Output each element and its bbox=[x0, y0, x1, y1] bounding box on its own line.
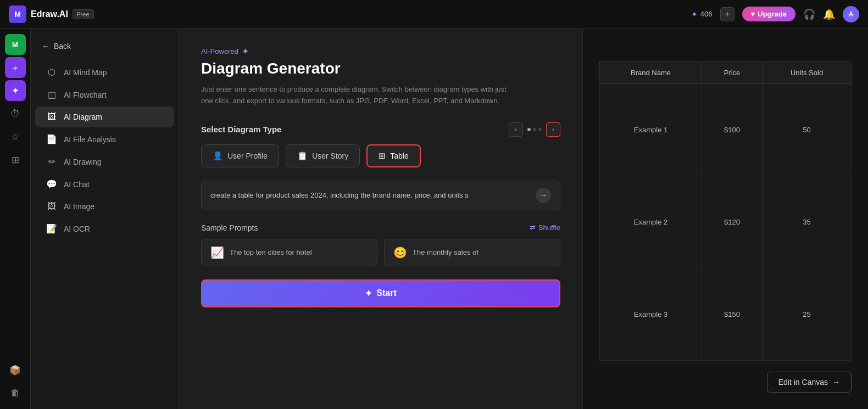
nav-label-ai-flowchart: AI Flowchart bbox=[64, 91, 107, 99]
sidebar-item-add[interactable]: ＋ bbox=[5, 57, 26, 78]
header-logo: M Edraw.AI Free bbox=[9, 5, 94, 23]
prompt-1-icon: 📈 bbox=[210, 246, 224, 259]
table-cell-2-0: Example 3 bbox=[600, 268, 702, 361]
diagram-type-user-story[interactable]: 📋 User Story bbox=[286, 144, 360, 167]
start-button-container: ✦ Start bbox=[201, 279, 560, 307]
shuffle-button[interactable]: ⇄ Shuffle bbox=[530, 223, 560, 232]
sidebar-item-ai-file-analysis[interactable]: 📄 AI File Analysis bbox=[35, 128, 174, 150]
flowchart-icon: ◫ bbox=[46, 89, 57, 100]
sidebar-item-history[interactable]: ⏱ bbox=[5, 103, 26, 124]
edit-canvas-arrow-icon: → bbox=[832, 378, 840, 386]
header: M Edraw.AI Free ✦ 406 + ♥ Upgrade 🎧 🔔 A bbox=[0, 0, 868, 29]
prompt-1-text: The top ten cities for hotel bbox=[230, 248, 312, 257]
avatar[interactable]: A bbox=[843, 6, 859, 23]
sample-prompts-list: 📈 The top ten cities for hotel 😊 The mon… bbox=[201, 239, 560, 266]
sidebar-item-ai-diagram[interactable]: 🖼 AI Diagram bbox=[35, 107, 174, 127]
nav-label-ai-file-analysis: AI File Analysis bbox=[64, 135, 116, 144]
prompt-2-icon: 😊 bbox=[393, 246, 407, 259]
carousel-dot-2 bbox=[533, 128, 536, 131]
sidebar-item-ai[interactable]: ✦ bbox=[5, 80, 26, 101]
sample-prompt-1[interactable]: 📈 The top ten cities for hotel bbox=[201, 239, 377, 266]
diagram-type-section: Select Diagram Type ‹ › 👤 User Profile bbox=[201, 122, 560, 167]
sidebar-item-ai-mind-map[interactable]: ⬡ AI Mind Map bbox=[35, 61, 174, 83]
prompt-2-text: The monthly sales of bbox=[413, 248, 478, 257]
table-cell-2-2: 25 bbox=[763, 268, 852, 361]
carousel-next-button[interactable]: › bbox=[546, 122, 560, 137]
free-badge: Free bbox=[73, 9, 94, 19]
sidebar-item-home[interactable]: M bbox=[5, 34, 26, 55]
back-label: Back bbox=[54, 42, 71, 51]
file-analysis-icon: 📄 bbox=[46, 134, 57, 144]
sparkle-icon: ✦ bbox=[691, 10, 698, 19]
nav-label-ai-diagram: AI Diagram bbox=[64, 113, 102, 121]
image-icon: 🖼 bbox=[46, 201, 57, 211]
nav-sidebar: ← Back ⬡ AI Mind Map ◫ AI Flowchart 🖼 AI… bbox=[31, 29, 179, 409]
points-display: ✦ 406 bbox=[691, 10, 713, 19]
nav-label-ai-image: AI Image bbox=[64, 202, 94, 211]
table-header-brand: Brand Name bbox=[600, 62, 702, 84]
carousel-controls: ‹ › bbox=[509, 122, 560, 137]
logo-icon: M bbox=[9, 5, 26, 23]
sidebar-item-ai-flowchart[interactable]: ◫ AI Flowchart bbox=[35, 84, 174, 105]
start-button[interactable]: ✦ Start bbox=[201, 279, 560, 307]
right-panel: Brand Name Price Units Sold Example 1$10… bbox=[582, 29, 868, 409]
diagram-type-label: Select Diagram Type bbox=[201, 125, 281, 134]
upgrade-button[interactable]: ♥ Upgrade bbox=[742, 7, 795, 21]
sidebar-item-layers[interactable]: ⊞ bbox=[5, 149, 26, 170]
nav-label-ai-drawing: AI Drawing bbox=[64, 158, 101, 166]
table-header-price: Price bbox=[702, 62, 763, 84]
start-label: Start bbox=[376, 288, 396, 298]
diagram-icon: 🖼 bbox=[46, 112, 57, 122]
sidebar-item-archive[interactable]: 📦 bbox=[5, 360, 26, 380]
table-cell-0-1: $100 bbox=[702, 84, 763, 176]
prompt-input[interactable] bbox=[210, 191, 530, 199]
nav-label-ai-mind-map: AI Mind Map bbox=[64, 68, 107, 77]
start-sparkle-icon: ✦ bbox=[365, 288, 372, 299]
sidebar-item-ai-image[interactable]: 🖼 AI Image bbox=[35, 196, 174, 217]
carousel-prev-button[interactable]: ‹ bbox=[509, 122, 523, 137]
shuffle-icon: ⇄ bbox=[530, 223, 536, 232]
sample-prompts-label: Sample Prompts bbox=[201, 223, 258, 232]
table-cell-0-0: Example 1 bbox=[600, 84, 702, 176]
heart-icon: ♥ bbox=[751, 10, 755, 18]
edit-canvas-button[interactable]: Edit in Canvas → bbox=[767, 372, 852, 393]
page-title: Diagram Generator bbox=[201, 60, 560, 77]
add-button[interactable]: + bbox=[720, 7, 735, 21]
table-cell-1-1: $120 bbox=[702, 176, 763, 268]
send-button[interactable]: → bbox=[536, 188, 551, 203]
points-value: 406 bbox=[700, 10, 713, 18]
diagram-type-header: Select Diagram Type ‹ › bbox=[201, 122, 560, 137]
table-cell-0-2: 50 bbox=[763, 84, 852, 176]
main-layout: M ＋ ✦ ⏱ ☆ ⊞ 📦 🗑 ← Back ⬡ AI Mind Map ◫ A… bbox=[0, 29, 868, 409]
sidebar-item-ai-drawing[interactable]: ✏ AI Drawing bbox=[35, 151, 174, 172]
notification-button[interactable]: 🔔 bbox=[823, 8, 835, 20]
carousel-dot-3 bbox=[538, 128, 542, 131]
table-cell-1-2: 35 bbox=[763, 176, 852, 268]
input-area: → bbox=[201, 181, 560, 210]
user-profile-icon: 👤 bbox=[213, 151, 223, 161]
diagram-type-user-profile[interactable]: 👤 User Profile bbox=[201, 144, 279, 167]
shuffle-label: Shuffle bbox=[538, 223, 560, 232]
sidebar-item-favorites[interactable]: ☆ bbox=[5, 126, 26, 147]
back-button[interactable]: ← Back bbox=[31, 37, 179, 55]
drawing-icon: ✏ bbox=[46, 156, 57, 167]
user-story-label: User Story bbox=[312, 152, 348, 160]
table-header-units: Units Sold bbox=[763, 62, 852, 84]
sample-prompt-2[interactable]: 😊 The monthly sales of bbox=[384, 239, 560, 266]
section-label: AI-Powered ✦ bbox=[201, 46, 560, 57]
nav-label-ai-ocr: AI OCR bbox=[64, 225, 90, 233]
headphone-button[interactable]: 🎧 bbox=[803, 8, 815, 20]
diagram-type-table[interactable]: ⊞ Table bbox=[366, 144, 420, 167]
sidebar-item-ai-chat[interactable]: 💬 AI Chat bbox=[35, 173, 174, 195]
diagram-types-list: 👤 User Profile 📋 User Story ⊞ Table bbox=[201, 144, 560, 167]
sidebar-item-trash[interactable]: 🗑 bbox=[5, 383, 26, 404]
icon-sidebar: M ＋ ✦ ⏱ ☆ ⊞ 📦 🗑 bbox=[0, 29, 31, 409]
header-right: ✦ 406 + ♥ Upgrade 🎧 🔔 A bbox=[691, 6, 859, 23]
sidebar-item-ai-ocr[interactable]: 📝 AI OCR bbox=[35, 218, 174, 239]
sample-prompts-header: Sample Prompts ⇄ Shuffle bbox=[201, 223, 560, 232]
table-row: Example 2$12035 bbox=[600, 176, 852, 268]
sparkle-decoration: ✦ bbox=[242, 46, 249, 57]
upgrade-label: Upgrade bbox=[758, 10, 787, 18]
edit-canvas-container: Edit in Canvas → bbox=[599, 361, 852, 393]
back-arrow-icon: ← bbox=[42, 42, 49, 51]
